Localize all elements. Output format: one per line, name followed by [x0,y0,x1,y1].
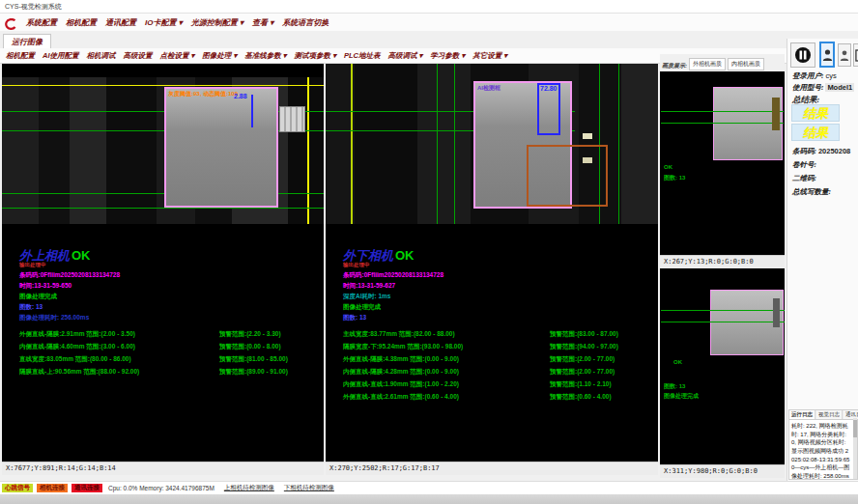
preview-overlay-text: OK [673,359,682,365]
camera-view-upper[interactable]: 灰度阈值:93, 动态阈值:100 2.88 外上相机OK 输出处理中 条码码:… [2,64,324,462]
toolbar-other-settings[interactable]: 其它设置 ▾ [472,51,507,61]
measurement-warn: 预警范围:(1.10 - 2.10) [550,380,612,389]
camera-connection-badge: 相机连接 [37,484,68,492]
log-tab-vision[interactable]: 视觉日志 [816,410,843,419]
pause-button[interactable] [790,42,815,68]
menu-item-camera-config[interactable]: 相机配置 [66,17,97,28]
barcode-value: 20250208 [818,147,850,155]
login-user-field: 登录用户: cys [792,71,837,81]
upper-camera-queue-link[interactable]: 上相机待检测图像 [224,484,274,492]
app-logo-icon [4,16,17,28]
result-badge-upper: 结果 [791,104,840,122]
camera-name: 外上相机 [19,248,70,263]
window-titlebar: CYS-视觉检测系统 [0,0,858,14]
tab-run-image[interactable]: 运行图像 [3,34,51,49]
ai-time-line: 深度AI耗时: 1ms [343,293,390,301]
tab-connector-shape [279,106,305,132]
exit-button[interactable] [853,43,858,67]
menu-item-system-config[interactable]: 系统配置 [26,17,57,28]
pixel-readout-preview-1: X:267;Y:13;R:0;G:0;B:0 [660,255,785,268]
camera-sub-status: 输出处理中 [19,262,46,268]
pixel-readout-lower: X:270;Y:2502;R:17;G:17;B:17 [326,462,658,475]
bright-spot [583,133,592,139]
measurement-text: 外侧直线-隔膜:2.91mm 范围:(2.00 - 3.50) [19,330,135,337]
model-label: 使用型号: [792,83,824,92]
preview-overlay-text: 图数: 13 [664,174,685,182]
camera-view-lower[interactable]: AI检测框 72.80 外下相机OK 输出处理中 条码码:0Ffliim2025… [326,64,658,462]
camera-image-upper[interactable]: 灰度阈值:93, 动态阈值:100 2.88 [2,77,324,224]
preview-header: 画质展示: 外相机画质 内相机画质 [660,54,785,71]
measurement-warn: 预警范围:(94.00 - 97.00) [550,343,618,351]
toolbar-plc-table[interactable]: PLC地址表 [344,51,381,61]
toolbar-camera-debug[interactable]: 相机调试 [87,51,116,61]
green-measure-line [661,111,784,112]
toolbar-image-processing[interactable]: 图像处理 ▾ [202,51,237,61]
measurement-row: 隔膜宽度-下:95.24mm 范围:(93.00 - 98.00) [343,343,463,351]
pixel-readout-upper: X:7677;Y:891;R:14;G:14;B:14 [2,462,324,475]
measurement-text: 隔膜直线-上:90.56mm 范围:(88.00 - 92.00) [19,368,139,375]
reel-number-label: 卷针号: [792,160,816,170]
green-measure-line [618,64,619,224]
camera-name: 外下相机 [343,248,393,263]
user-switch-button[interactable] [838,43,851,67]
preview-cell-image [710,290,784,355]
bright-spot [583,157,592,163]
time-line: 时间:13-31-59-650 [19,282,72,291]
log-scrollbar-thumb[interactable] [853,420,857,437]
toolbar-spot-check[interactable]: 点检设置 ▾ [160,51,195,61]
menu-bar: 系统配置 相机配置 通讯配置 IO卡配置 ▾ 光源控制配置 ▾ 查看 ▾ 系统语… [0,14,858,31]
toolbar-advanced-debug[interactable]: 高级调试 ▾ [387,51,422,61]
user-mode-button-active[interactable] [819,42,835,68]
camera-image-lower[interactable]: AI检测框 72.80 [326,64,658,224]
menu-item-view[interactable]: 查看 ▾ [252,17,273,28]
log-tab-run[interactable]: 运行日志 [789,410,815,419]
log-scrollbar[interactable] [853,418,857,479]
preview-tab-inner[interactable]: 内相机画质 [728,58,764,70]
toolbar-ai-config[interactable]: AI使用配置 [43,51,79,61]
toolbar-advanced-settings[interactable]: 高级设置 [124,51,153,61]
measurement-warn: 预警范围:(2.00 - 77.00) [550,355,615,364]
log-text: 耗时: 222, 网络检测耗时: 17, 网络分类耗时: 0, 网络视频分区耗时… [789,420,857,483]
camera-status: OK [72,248,91,263]
menu-item-language[interactable]: 系统语言切换 [282,17,329,28]
time-line: 时间:13-31-59-627 [343,282,395,291]
lower-camera-queue-link[interactable]: 下相机待检测图像 [284,484,334,492]
preview-panel-1[interactable]: OK 图数: 13 [660,71,785,255]
measurement-text: 外侧直线-直线:2.61mm 范围:(0.60 - 4.00) [343,393,459,400]
measurement-row: 内侧直线-直线:1.90mm 范围:(1.00 - 2.20) [343,380,459,389]
log-panel: 运行日志 视觉日志 通讯日志 耗时: 222, 网络检测耗时: 17, 网络分类… [788,409,858,480]
status-strip: 心跳信号 相机连接 通讯连接 Cpu: 0.0% Memory: 3424.41… [0,481,858,494]
toolbar-test-params[interactable]: 测试项参数 ▾ [295,51,336,61]
barcode-field: 条码码: 20250208 [792,147,850,156]
login-user-value: cys [825,71,836,80]
measure-value-overlay: 2.88 [234,93,247,99]
measurement-warn: 预警范围:(81.00 - 85.00) [219,355,288,364]
menu-item-light-config[interactable]: 光源控制配置 ▾ [191,17,243,28]
toolbar-learn-params[interactable]: 学习参数 ▾ [430,51,465,61]
camera-status: OK [395,248,415,263]
preview-tab-outer[interactable]: 外相机画质 [689,58,726,70]
toolbar-baseline-params[interactable]: 基准线参数 ▾ [244,51,286,61]
measurement-row: 直线宽度:83.05mm 范围:(80.00 - 86.00) [19,355,131,364]
measurement-row: 外侧直线-隔膜:4.38mm 范围:(0.00 - 9.00) [343,355,459,364]
measurement-row: 内侧直线-隔膜:4.28mm 范围:(0.00 - 9.00) [343,368,459,377]
toolbar-camera-config[interactable]: 相机配置 [6,51,35,61]
menu-item-comm-config[interactable]: 通讯配置 [105,17,136,28]
preview-cell-image [713,87,783,160]
measurement-row: 隔膜直线-上:90.56mm 范围:(88.00 - 92.00) [19,368,139,377]
measurement-row: 外侧直线-隔膜:2.91mm 范围:(2.00 - 3.50) [19,330,135,339]
frame-count-line: 图数: 13 [343,314,366,322]
ai-roi-label: AI检测框 [477,84,500,93]
model-value[interactable]: Model1 [825,83,854,92]
measurement-warn: 预警范围:(2.00 - 77.00) [550,368,615,377]
window-title: CYS-视觉检测系统 [5,3,62,10]
preview-panel-2[interactable]: OK 图数: 13 图像处理完成 [660,268,785,464]
blue-measure-line [251,95,253,127]
measurement-text: 隔膜宽度-下:95.24mm 范围:(93.00 - 98.00) [343,343,463,350]
yellow-reference-line [2,85,324,86]
preview-overlay-text: OK [664,164,672,170]
menu-item-io-config[interactable]: IO卡配置 ▾ [145,17,183,28]
user-icon [840,49,849,62]
barcode-label: 条码码: [792,147,816,155]
measurement-text: 内侧直线-隔膜:4.60mm 范围:(3.00 - 6.00) [19,343,135,350]
